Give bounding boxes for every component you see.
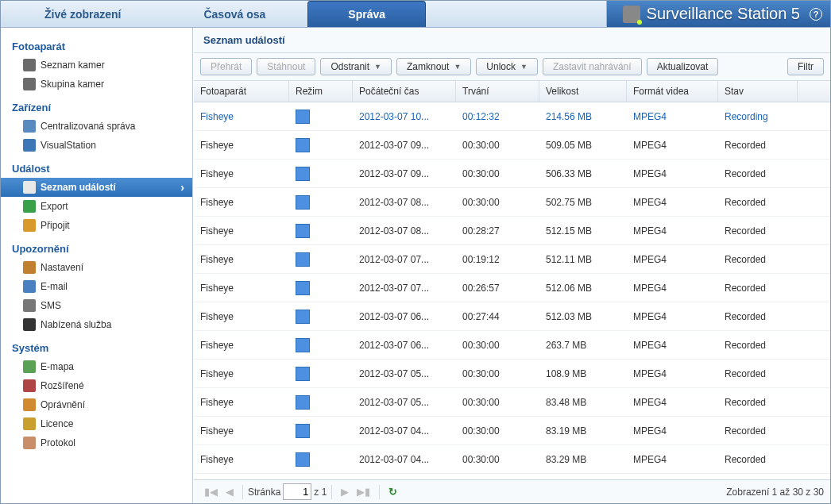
- cell-duration: 00:30:00: [456, 140, 539, 151]
- tab-2[interactable]: Správa: [307, 1, 426, 27]
- sidebar-item-emap[interactable]: E-mapa: [1, 357, 192, 376]
- sidebar-item-attach[interactable]: Připojit: [1, 216, 192, 235]
- cell-mode: [289, 395, 353, 410]
- sidebar-group-title: Fotoaparát: [1, 33, 192, 56]
- cell-status: Recorded: [718, 225, 798, 237]
- cell-start: 2012-03-07 10...: [353, 111, 456, 122]
- cell-size: 512.06 MB: [539, 283, 627, 294]
- cell-mode: [289, 110, 353, 124]
- last-page-button[interactable]: ▶▮: [353, 484, 374, 499]
- table-row[interactable]: Fisheye2012-03-07 09...00:30:00509.05 MB…: [194, 131, 830, 160]
- next-page-button[interactable]: ▶: [337, 484, 353, 499]
- table-row[interactable]: Fisheye2012-03-07 05...00:30:00108.9 MBM…: [194, 360, 830, 388]
- page-input[interactable]: [283, 483, 311, 500]
- table-row[interactable]: Fisheye2012-03-07 08...00:30:00502.75 MB…: [194, 188, 830, 217]
- tab-1[interactable]: Časová osa: [163, 1, 306, 27]
- sidebar-item-visualstation[interactable]: VisualStation: [1, 136, 192, 155]
- filter-button[interactable]: Filtr: [787, 58, 824, 75]
- cell-status: Recorded: [718, 283, 798, 294]
- remove-button[interactable]: Odstranit▼: [320, 58, 392, 75]
- table-row[interactable]: Fisheye2012-03-07 08...00:28:27512.15 MB…: [194, 217, 830, 245]
- cell-format: MPEG4: [627, 397, 718, 408]
- cell-mode: [289, 452, 353, 467]
- cell-size: 263.7 MB: [539, 340, 627, 351]
- table-row[interactable]: Fisheye2012-03-07 05...00:30:0083.48 MBM…: [194, 388, 830, 417]
- sidebar-item-central-mgmt[interactable]: Centralizovaná správa: [1, 117, 192, 136]
- cell-mode: [289, 310, 353, 324]
- stop-recording-button[interactable]: Zastavit nahrávání: [543, 58, 642, 75]
- sidebar-item-privilege[interactable]: Oprávnění: [1, 395, 192, 414]
- cell-format: MPEG4: [627, 425, 718, 437]
- refresh-icon[interactable]: ↻: [385, 484, 401, 499]
- cell-duration: 00:30:00: [456, 454, 539, 465]
- brand-title: Surveillance Station 5: [647, 5, 800, 23]
- log-icon: [23, 437, 36, 449]
- prev-page-button[interactable]: ◀: [222, 484, 238, 499]
- license-icon: [23, 417, 36, 430]
- col-status[interactable]: Stav: [718, 81, 798, 102]
- cell-size: 506.33 MB: [539, 168, 627, 179]
- col-size[interactable]: Velikost: [539, 81, 627, 102]
- table-row[interactable]: Fisheye2012-03-07 04...00:30:0083.19 MBM…: [194, 417, 830, 445]
- sidebar-item-advanced[interactable]: Rozšířené: [1, 376, 192, 395]
- sidebar-item-export[interactable]: Export: [1, 197, 192, 216]
- cell-mode: [289, 338, 353, 352]
- sidebar-item-label: VisualStation: [41, 140, 96, 151]
- sidebar-item-label: Protokol: [41, 437, 75, 448]
- table-row[interactable]: Fisheye2012-03-07 06...00:27:44512.03 MB…: [194, 302, 830, 331]
- sidebar-item-cam-group[interactable]: Skupina kamer: [1, 75, 192, 94]
- cell-size: 502.75 MB: [539, 197, 627, 208]
- table-row[interactable]: Fisheye2012-03-07 09...00:30:00506.33 MB…: [194, 160, 830, 188]
- cell-status: Recorded: [718, 311, 798, 322]
- sidebar-item-push[interactable]: Nabízená služba: [1, 315, 192, 334]
- col-camera[interactable]: Fotoaparát: [194, 81, 289, 102]
- tab-0[interactable]: Živé zobrazení: [4, 1, 161, 27]
- table-row[interactable]: Fisheye2012-03-07 10...00:12:32214.56 MB…: [194, 102, 830, 131]
- sidebar-item-cam-list[interactable]: Seznam kamer: [1, 56, 192, 75]
- sidebar-item-label: Oprávnění: [41, 399, 85, 410]
- col-format[interactable]: Formát videa: [627, 81, 718, 102]
- help-icon[interactable]: ?: [810, 8, 822, 21]
- grid-body[interactable]: Fisheye2012-03-07 10...00:12:32214.56 MB…: [194, 102, 830, 479]
- table-row[interactable]: Fisheye2012-03-07 07...00:26:57512.06 MB…: [194, 274, 830, 302]
- main-tabs: Živé zobrazeníČasová osaSpráva: [1, 1, 427, 27]
- update-button[interactable]: Aktualizovat: [647, 58, 719, 75]
- unlock-button[interactable]: Unlock▼: [476, 58, 538, 75]
- sidebar-item-email[interactable]: E-mail: [1, 277, 192, 296]
- download-button[interactable]: Stáhnout: [257, 58, 315, 75]
- sidebar-item-license[interactable]: Licence: [1, 414, 192, 433]
- first-page-button[interactable]: ▮◀: [200, 484, 222, 499]
- table-row[interactable]: Fisheye2012-03-07 07...00:19:12512.11 MB…: [194, 245, 830, 274]
- chevron-down-icon: ▼: [520, 63, 528, 71]
- col-mode[interactable]: Režim: [289, 81, 353, 102]
- toolbar: Přehrát Stáhnout Odstranit▼ Zamknout▼ Un…: [194, 53, 830, 81]
- mode-continuous-icon: [296, 281, 310, 295]
- col-duration[interactable]: Trvání: [456, 81, 539, 102]
- sidebar-item-log[interactable]: Protokol: [1, 433, 192, 452]
- cell-duration: 00:30:00: [456, 168, 539, 179]
- cell-start: 2012-03-07 05...: [353, 397, 456, 408]
- sidebar-item-event-list[interactable]: Seznam událostí: [1, 178, 192, 197]
- cell-camera: Fisheye: [194, 311, 289, 322]
- lock-button[interactable]: Zamknout▼: [396, 58, 471, 75]
- play-button[interactable]: Přehrát: [200, 58, 252, 75]
- sidebar-item-label: Rozšířené: [41, 380, 84, 391]
- cell-start: 2012-03-07 08...: [353, 225, 456, 237]
- table-row[interactable]: Fisheye2012-03-07 04...00:30:0083.29 MBM…: [194, 445, 830, 474]
- cell-format: MPEG4: [627, 168, 718, 179]
- chevron-down-icon: ▼: [454, 63, 461, 71]
- camera-icon: [623, 6, 640, 23]
- cell-format: MPEG4: [627, 111, 718, 122]
- mode-continuous-icon: [296, 167, 310, 181]
- cell-format: MPEG4: [627, 254, 718, 265]
- sidebar-item-label: E-mapa: [41, 361, 74, 372]
- cell-camera: Fisheye: [194, 340, 289, 351]
- table-row[interactable]: Fisheye2012-03-07 06...00:30:00263.7 MBM…: [194, 331, 830, 360]
- sidebar-item-notif-settings[interactable]: Nastavení: [1, 258, 192, 277]
- cell-status: Recorded: [718, 368, 798, 379]
- col-start[interactable]: Počáteční čas: [353, 81, 456, 102]
- grid-header: Fotoaparát Režim Počáteční čas Trvání Ve…: [194, 81, 830, 102]
- cell-format: MPEG4: [627, 225, 718, 237]
- mode-continuous-icon: [296, 367, 310, 381]
- sidebar-item-sms[interactable]: SMS: [1, 296, 192, 315]
